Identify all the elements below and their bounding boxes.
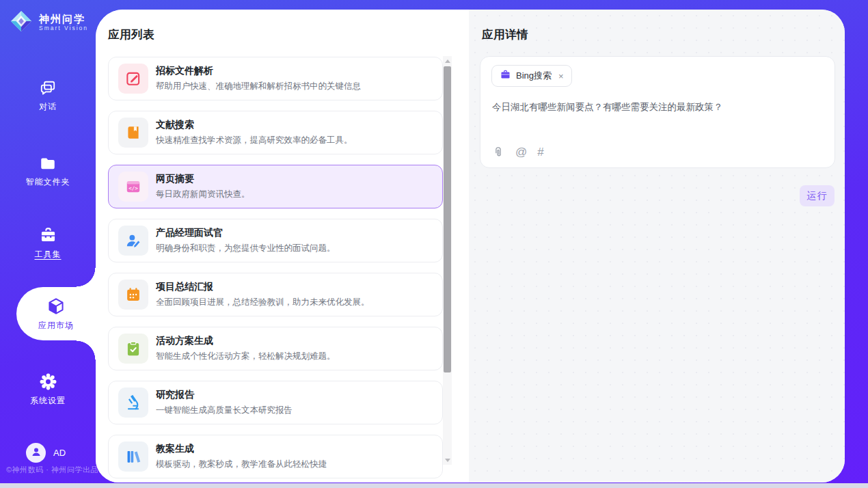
- briefcase-icon: [500, 69, 511, 83]
- avatar: [26, 443, 46, 463]
- sidebar-item-label: 系统设置: [30, 395, 66, 407]
- tool-chip[interactable]: Bing搜索 ×: [491, 65, 572, 87]
- scrollbar-down-button[interactable]: [443, 455, 452, 465]
- app-card-title: 研究报告: [156, 389, 293, 401]
- app-card-desc: 明确身份和职责，为您提供专业性的面试问题。: [156, 243, 336, 254]
- app-card-8[interactable]: 教案生成 模板驱动，教案秒成，教学准备从此轻松快捷: [108, 435, 443, 478]
- folder-icon: [39, 154, 57, 172]
- app-card-title: 文献搜索: [156, 119, 353, 131]
- app-card-title: 项目总结汇报: [156, 281, 370, 293]
- sidebar-nav: 对话 智能文件夹 工具集 应用市场 系统设置: [0, 0, 96, 483]
- scrollbar-thumb[interactable]: [444, 66, 451, 372]
- microscope-icon: [118, 388, 148, 418]
- cube-icon: [46, 297, 66, 316]
- edit-doc-icon: [118, 64, 148, 94]
- sidebar-item-label: 应用市场: [38, 320, 74, 331]
- app-card-5[interactable]: 项目总结汇报 全面回顾项目进展，总结经验教训，助力未来优化发展。: [108, 273, 443, 316]
- app-card-title: 产品经理面试官: [156, 227, 336, 239]
- books-icon: [118, 442, 148, 472]
- app-card-2[interactable]: 文献搜索 快速精准查找学术资源，提高研究效率的必备工具。: [108, 111, 443, 154]
- tool-chip-label: Bing搜索: [516, 70, 552, 82]
- sidebar-item-label: 智能文件夹: [26, 176, 70, 188]
- app-card-4[interactable]: 产品经理面试官 明确身份和职责，为您提供专业性的面试问题。: [108, 219, 443, 262]
- window-bottom-edge: [0, 483, 868, 488]
- hash-icon[interactable]: #: [537, 146, 543, 159]
- sidebar-item-5[interactable]: 系统设置: [0, 369, 96, 410]
- sidebar-item-label: 对话: [39, 101, 57, 113]
- run-button[interactable]: 运行: [800, 185, 835, 206]
- at-icon[interactable]: @: [515, 146, 527, 159]
- app-card-3[interactable]: </> 网页摘要 每日政府新闻资讯快查。: [108, 165, 443, 208]
- app-card-title: 活动方案生成: [156, 335, 336, 347]
- clipboard-check-icon: [118, 334, 148, 364]
- user-initials: AD: [53, 448, 66, 458]
- app-card-desc: 一键智能生成高质量长文本研究报告: [156, 405, 293, 416]
- toolbox-icon: [39, 226, 57, 245]
- sidebar-item-1[interactable]: 对话: [0, 75, 96, 116]
- chat-icon: [39, 79, 57, 97]
- app-card-desc: 智能生成个性化活动方案，轻松解决规划难题。: [156, 351, 336, 362]
- person-icon: [30, 446, 42, 461]
- app-list-title: 应用列表: [108, 27, 154, 42]
- app-card-title: 网页摘要: [156, 173, 250, 185]
- sidebar-item-3[interactable]: 工具集: [0, 223, 96, 264]
- attachment-toolbar: @#: [491, 146, 544, 159]
- app-card-desc: 模板驱动，教案秒成，教学准备从此轻松快捷: [156, 459, 327, 470]
- app-list-pane: 应用列表 招标文件解析 帮助用户快速、准确地理解和解析招标书中的关键信息 文献搜…: [96, 10, 469, 483]
- user-row[interactable]: AD: [26, 443, 66, 463]
- app-card-desc: 帮助用户快速、准确地理解和解析招标书中的关键信息: [156, 81, 361, 92]
- book-icon: [118, 118, 148, 148]
- prompt-input[interactable]: 今日湖北有哪些新闻要点？有哪些需要关注的最新政策？: [492, 100, 824, 114]
- scrollbar-up-button[interactable]: [443, 56, 452, 66]
- copyright-footer: ©神州数码 · 神州问学出品: [6, 465, 98, 475]
- app-card-desc: 全面回顾项目进展，总结经验教训，助力未来优化发展。: [156, 297, 370, 308]
- sidebar: 神州问学 Smart Vision 对话 智能文件夹 工具集 应用市场 系统设置…: [0, 0, 96, 483]
- app-card-desc: 快速精准查找学术资源，提高研究效率的必备工具。: [156, 135, 353, 146]
- triangle-up-icon: [445, 59, 450, 63]
- sidebar-item-label: 工具集: [35, 249, 62, 260]
- prompt-card[interactable]: Bing搜索 × 今日湖北有哪些新闻要点？有哪些需要关注的最新政策？ @#: [480, 56, 835, 168]
- sidebar-item-2[interactable]: 智能文件夹: [0, 150, 96, 191]
- app-card-title: 教案生成: [156, 443, 327, 455]
- app-card-1[interactable]: 招标文件解析 帮助用户快速、准确地理解和解析招标书中的关键信息: [108, 57, 443, 100]
- browser-code-icon: </>: [118, 172, 148, 202]
- calendar-icon: [118, 280, 148, 310]
- triangle-down-icon: [445, 459, 450, 462]
- main-container: 应用列表 招标文件解析 帮助用户快速、准确地理解和解析招标书中的关键信息 文献搜…: [96, 10, 845, 483]
- app-detail-pane: 应用详情 Bing搜索 × 今日湖北有哪些新闻要点？有哪些需要关注的最新政策？ …: [469, 10, 845, 483]
- app-card-desc: 每日政府新闻资讯快查。: [156, 189, 250, 200]
- app-detail-title: 应用详情: [482, 27, 528, 42]
- gear-icon: [39, 372, 57, 391]
- app-card-6[interactable]: 活动方案生成 智能生成个性化活动方案，轻松解决规划难题。: [108, 327, 443, 370]
- interviewer-icon: [118, 226, 148, 256]
- svg-text:</>: </>: [128, 185, 138, 191]
- scrollbar[interactable]: [443, 56, 452, 465]
- paperclip-icon[interactable]: [491, 146, 505, 159]
- app-list: 招标文件解析 帮助用户快速、准确地理解和解析招标书中的关键信息 文献搜索 快速精…: [108, 57, 443, 483]
- close-icon[interactable]: ×: [558, 72, 564, 81]
- sidebar-item-4[interactable]: 应用市场: [16, 287, 96, 340]
- app-card-title: 招标文件解析: [156, 65, 361, 77]
- app-card-7[interactable]: 研究报告 一键智能生成高质量长文本研究报告: [108, 381, 443, 424]
